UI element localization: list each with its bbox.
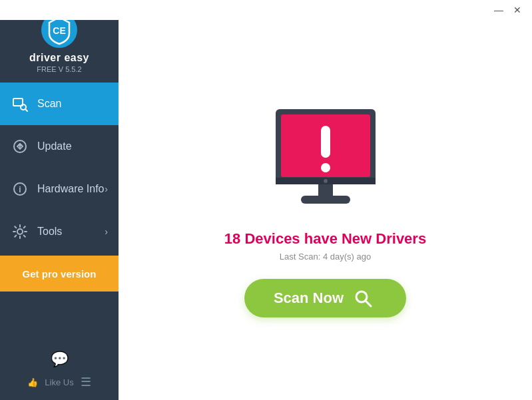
svg-line-4 xyxy=(25,109,27,111)
sidebar-item-hardware-info[interactable]: i Hardware Info › xyxy=(0,168,119,210)
svg-point-18 xyxy=(324,179,328,183)
update-label: Update xyxy=(37,140,108,152)
sidebar-item-tools[interactable]: Tools › xyxy=(0,210,119,253)
scan-now-label: Scan Now xyxy=(274,290,344,307)
monitor-svg xyxy=(262,102,389,216)
hardware-info-chevron: › xyxy=(105,184,108,194)
sidebar-item-update[interactable]: Update xyxy=(0,125,119,168)
get-pro-label: Get pro version xyxy=(23,268,97,280)
logo-text: driver easy xyxy=(29,52,89,64)
monitor-illustration xyxy=(262,102,389,218)
tools-icon xyxy=(11,222,29,241)
minimize-button[interactable]: — xyxy=(489,3,508,17)
thumbs-up-icon: 👍 xyxy=(27,377,38,387)
tools-chevron: › xyxy=(105,226,108,237)
main-content: 18 Devices have New Drivers Last Scan: 4… xyxy=(119,20,532,400)
scan-now-search-icon xyxy=(353,288,373,308)
logo-version: FREE V 5.5.2 xyxy=(37,65,81,73)
svg-rect-13 xyxy=(321,126,330,158)
menu-icon: ☰ xyxy=(81,375,91,389)
devices-heading: 18 Devices have New Drivers xyxy=(224,230,426,248)
svg-line-20 xyxy=(366,301,371,306)
close-button[interactable]: ✕ xyxy=(508,3,527,17)
update-icon xyxy=(11,137,29,156)
scan-now-button[interactable]: Scan Now xyxy=(244,279,406,317)
svg-rect-16 xyxy=(301,196,350,204)
like-us-label: Like Us xyxy=(45,377,73,387)
sidebar-bottom: 💬 👍 Like Us ☰ xyxy=(0,344,119,400)
sidebar-item-scan[interactable]: Scan xyxy=(0,83,119,125)
title-bar: — ✕ xyxy=(0,0,532,20)
svg-text:CE: CE xyxy=(53,25,65,36)
chat-icon[interactable]: 💬 xyxy=(51,351,69,368)
like-us-row[interactable]: 👍 Like Us ☰ xyxy=(27,375,91,389)
tools-label: Tools xyxy=(37,226,105,238)
sidebar: CE driver easy FREE V 5.5.2 Scan Update xyxy=(0,0,119,400)
svg-rect-15 xyxy=(318,182,333,197)
hardware-info-label: Hardware Info xyxy=(37,183,105,195)
scan-icon xyxy=(11,95,29,113)
svg-rect-14 xyxy=(321,163,330,172)
svg-point-10 xyxy=(17,229,23,234)
hardware-info-icon: i xyxy=(11,180,29,198)
svg-text:i: i xyxy=(19,185,21,194)
last-scan-text: Last Scan: 4 day(s) ago xyxy=(280,252,371,262)
get-pro-button[interactable]: Get pro version xyxy=(0,256,119,292)
scan-label: Scan xyxy=(37,98,108,110)
